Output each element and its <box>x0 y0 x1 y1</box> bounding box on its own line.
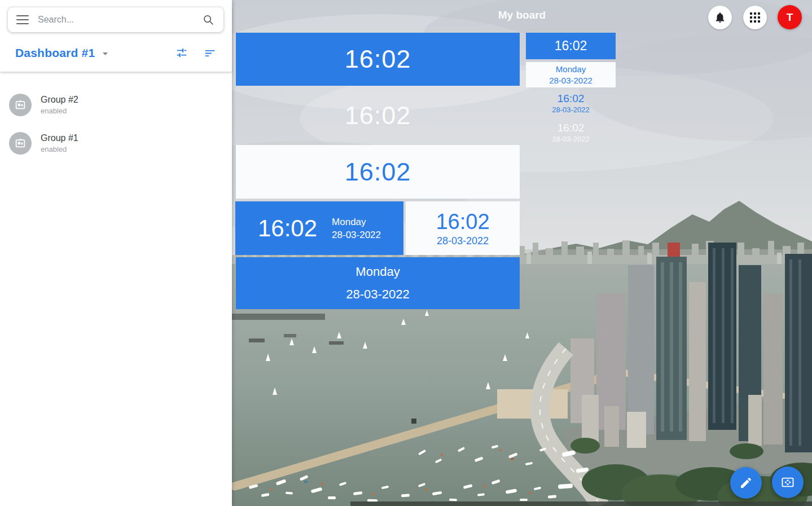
clock-time: 16:02 <box>558 92 585 105</box>
edit-board-button[interactable] <box>730 467 762 499</box>
sidebar: Dashboard #1 <box>0 0 232 506</box>
sort-icon <box>204 47 216 59</box>
group-status: enabled <box>41 107 78 115</box>
clock-widget-large-white[interactable]: 16:02 <box>236 145 520 199</box>
pencil-icon <box>739 476 753 490</box>
search-input[interactable] <box>38 15 195 25</box>
mini-clock-widget-transparent-white[interactable]: 16:02 28-03-2022 <box>526 120 616 146</box>
clock-day-widget-blue[interactable]: 16:02 Monday 28-03-2022 <box>235 201 403 255</box>
board-canvas: My board T 16:02 16:02 16:02 16:02 Monda… <box>232 0 812 506</box>
group-list-item-2[interactable]: Group #2 enabled <box>0 89 232 121</box>
search-icon <box>202 14 214 26</box>
menu-icon[interactable] <box>16 15 29 24</box>
search-button[interactable] <box>201 12 216 27</box>
filter-settings-button[interactable] <box>174 46 189 60</box>
clock-widget-large-blue[interactable]: 16:02 <box>236 33 520 86</box>
clock-date: 28-03-2022 <box>346 283 410 306</box>
clock-date: 28-03-2022 <box>437 235 489 247</box>
clock-widget-large-transparent[interactable]: 16:02 <box>236 89 520 142</box>
clock-time: 16:02 <box>345 45 411 74</box>
group-name: Group #2 <box>41 95 78 105</box>
clock-time: 16:02 <box>555 38 587 54</box>
clock-time: 16:02 <box>258 215 317 242</box>
clock-time: 16:02 <box>436 210 489 234</box>
clock-time: 16:02 <box>345 157 411 187</box>
overscan-icon <box>780 475 795 490</box>
frame-icon <box>14 137 27 149</box>
clock-day: Monday <box>332 215 381 228</box>
group-status: enabled <box>41 145 78 153</box>
chevron-down-icon[interactable] <box>102 48 108 58</box>
search-bar[interactable] <box>8 7 223 32</box>
sort-button[interactable] <box>203 46 217 60</box>
group-list: Group #2 enabled Group #1 enabled <box>0 72 232 160</box>
sidebar-header: Dashboard #1 <box>0 7 232 72</box>
apps-button[interactable] <box>743 6 767 29</box>
clock-date: 28-03-2022 <box>549 75 592 86</box>
clock-date: 28-03-2022 <box>332 228 381 241</box>
clock-time: 16:02 <box>345 101 411 130</box>
group-name: Group #1 <box>41 133 78 143</box>
clock-date: 28-03-2022 <box>552 105 590 115</box>
clock-day: Monday <box>355 261 400 283</box>
group-avatar <box>9 94 32 116</box>
fullscreen-button[interactable] <box>772 467 804 498</box>
day-date-widget-blue[interactable]: Monday 28-03-2022 <box>236 257 520 309</box>
clock-date-widget-white[interactable]: 16:02 28-03-2022 <box>406 201 520 255</box>
mini-clock-widget-transparent-blue[interactable]: 16:02 28-03-2022 <box>526 90 616 116</box>
bell-icon <box>714 11 726 24</box>
dashboard-title[interactable]: Dashboard #1 <box>15 46 95 60</box>
clock-time: 16:02 <box>558 121 585 134</box>
mini-clock-widget-blue[interactable]: 16:02 <box>526 33 616 59</box>
dashboard-header-row: Dashboard #1 <box>0 32 232 71</box>
shore-road <box>350 501 812 506</box>
group-avatar <box>9 132 32 155</box>
mini-day-widget-white[interactable]: Monday 28-03-2022 <box>526 62 616 87</box>
user-avatar[interactable]: T <box>778 5 802 29</box>
notifications-button[interactable] <box>708 6 732 29</box>
group-list-item-1[interactable]: Group #1 enabled <box>0 127 232 160</box>
frame-icon <box>14 99 27 111</box>
clock-date: 28-03-2022 <box>552 134 590 144</box>
tune-icon <box>175 47 188 59</box>
clock-day: Monday <box>556 64 586 75</box>
apps-grid-icon <box>750 12 760 23</box>
